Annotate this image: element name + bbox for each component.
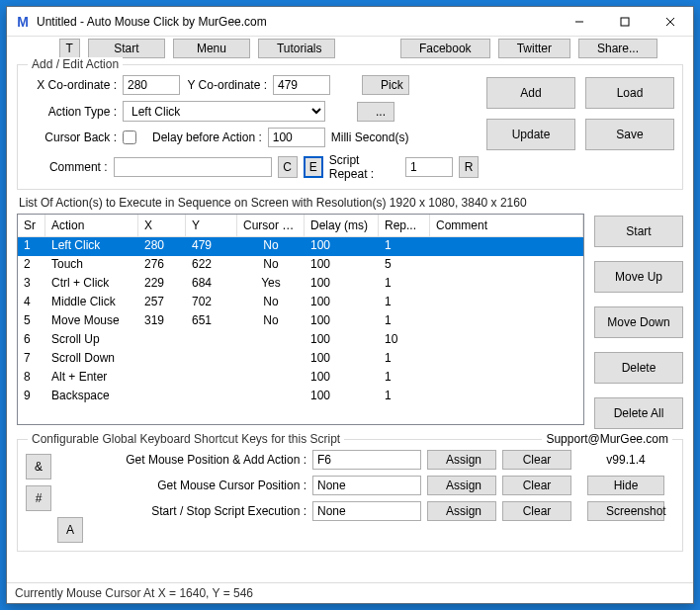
t-button[interactable]: T [59,39,80,58]
cell [237,388,305,406]
delete-button[interactable]: Delete [594,352,683,384]
cell: 100 [305,237,379,256]
c-button[interactable]: C [278,156,298,178]
th-y[interactable]: Y [186,215,237,237]
start-stop-input[interactable] [312,501,421,521]
cell [430,331,583,350]
th-x[interactable]: X [138,215,186,237]
comment-input[interactable] [114,157,272,177]
cell [430,369,583,388]
cell: 651 [186,312,237,331]
cell: 100 [305,350,379,369]
cursor-back-checkbox[interactable] [123,131,136,144]
x-label: X Co-ordinate : [26,78,117,92]
menu-button[interactable]: Menu [173,39,250,58]
facebook-button[interactable]: Facebook [400,39,490,58]
script-repeat-label: Script Repeat : [329,153,399,181]
actions-table[interactable]: Sr Action X Y Cursor B... Delay (ms) Rep… [17,214,584,425]
cell [430,388,583,406]
pick-button[interactable]: Pick [362,75,409,95]
cell: 479 [186,237,237,256]
script-repeat-input[interactable] [405,157,453,177]
th-repeat[interactable]: Rep... [379,215,430,237]
cell: 5 [379,256,430,275]
add-edit-legend: Add / Edit Action [28,57,123,71]
add-button[interactable]: Add [486,77,575,109]
list-start-button[interactable]: Start [594,216,683,247]
get-cursor-pos-input[interactable] [312,476,421,495]
cell [430,294,583,312]
table-row[interactable]: 5Move Mouse319651No1001 [18,312,583,331]
cell [430,256,583,275]
y-input[interactable] [273,75,330,95]
cell: 9 [18,388,45,406]
assign2-button[interactable]: Assign [427,476,496,495]
table-row[interactable]: 3Ctrl + Click229684Yes1001 [18,275,583,294]
share-button[interactable]: Share... [578,39,657,58]
cell [186,388,237,406]
th-sr[interactable]: Sr [18,215,45,237]
table-row[interactable]: 7Scroll Down1001 [18,350,583,369]
close-button[interactable] [648,7,693,37]
table-row[interactable]: 4Middle Click257702No1001 [18,294,583,312]
th-action[interactable]: Action [45,215,138,237]
cell: 6 [18,331,45,350]
assign3-button[interactable]: Assign [427,501,496,521]
a-button[interactable]: A [57,517,83,543]
load-button[interactable]: Load [585,77,674,109]
cell [237,331,305,350]
tutorials-button[interactable]: Tutorials [258,39,335,58]
deleteall-button[interactable]: Delete All [594,397,683,429]
clear1-button[interactable]: Clear [502,450,571,470]
cell: No [237,294,305,312]
action-type-label: Action Type : [26,105,117,119]
cell [138,369,186,388]
cell: Touch [45,256,138,275]
cell: 100 [305,331,379,350]
update-button[interactable]: Update [486,119,575,150]
action-type-select[interactable]: Left Click [123,101,325,122]
table-row[interactable]: 8Alt + Enter1001 [18,369,583,388]
titlebar: M Untitled - Auto Mouse Click by MurGee.… [7,7,693,37]
cell: 100 [305,294,379,312]
cell: 276 [138,256,186,275]
start-stop-label: Start / Stop Script Execution : [91,504,306,518]
e-button[interactable]: E [304,156,323,178]
clear3-button[interactable]: Clear [502,501,571,521]
amp-button[interactable]: & [26,454,51,479]
delay-input[interactable] [268,128,325,147]
cell: 1 [379,369,430,388]
table-row[interactable]: 9Backspace1001 [18,388,583,406]
table-row[interactable]: 6Scroll Up10010 [18,331,583,350]
moveup-button[interactable]: Move Up [594,261,683,293]
app-icon: M [15,14,31,30]
th-comment[interactable]: Comment [430,215,583,237]
screenshot-button[interactable]: Screenshot [587,501,664,521]
hash-button[interactable]: # [26,485,51,511]
save-button[interactable]: Save [585,119,674,150]
table-row[interactable]: 1Left Click280479No1001 [18,237,583,256]
table-row[interactable]: 2Touch276622No1005 [18,256,583,275]
app-window: M Untitled - Auto Mouse Click by MurGee.… [6,6,694,604]
support-link[interactable]: Support@MurGee.com [542,432,672,446]
cell: 1 [379,275,430,294]
start-toolbar-button[interactable]: Start [88,39,165,58]
th-delay[interactable]: Delay (ms) [305,215,379,237]
movedown-button[interactable]: Move Down [594,306,683,338]
ellipsis-button[interactable]: ... [357,102,394,122]
th-cursor-back[interactable]: Cursor B... [237,215,305,237]
twitter-button[interactable]: Twitter [498,39,570,58]
comment-label: Comment : [26,160,108,174]
cell: 702 [186,294,237,312]
maximize-button[interactable] [602,7,648,37]
minimize-button[interactable] [557,7,602,37]
r-button[interactable]: R [459,156,479,178]
assign1-button[interactable]: Assign [427,450,496,470]
hide-button[interactable]: Hide [587,476,664,495]
cell: 1 [18,237,45,256]
x-input[interactable] [123,75,180,95]
get-pos-add-input[interactable] [312,450,421,470]
cell: 100 [305,369,379,388]
clear2-button[interactable]: Clear [502,476,571,495]
list-area: List Of Action(s) to Execute in Sequence… [7,196,693,437]
